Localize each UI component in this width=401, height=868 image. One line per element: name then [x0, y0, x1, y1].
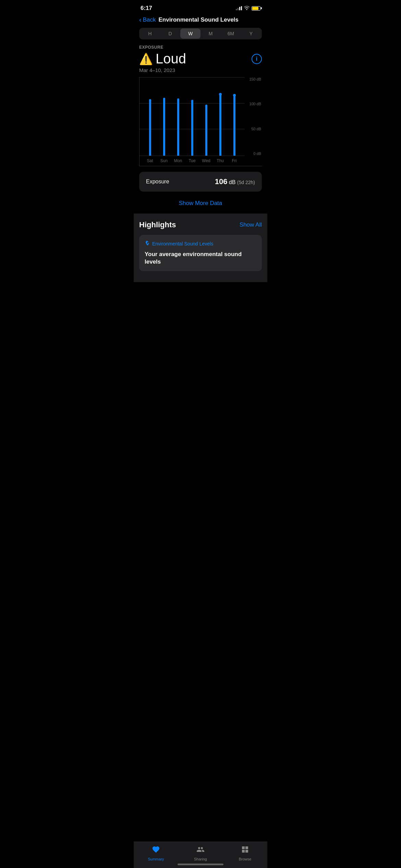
- y-label-0: 0 dB: [245, 152, 262, 156]
- period-selector: H D W M 6M Y: [139, 28, 262, 39]
- highlights-title: Highlights: [139, 220, 176, 229]
- bar-fri-dot: [233, 94, 236, 97]
- status-icons: [236, 6, 260, 11]
- y-label-150: 150 dB: [245, 77, 262, 81]
- y-label-50: 50 dB: [245, 127, 262, 131]
- show-all-button[interactable]: Show All: [240, 221, 262, 228]
- exposure-main: ⚠️ Loud: [139, 51, 186, 67]
- ear-icon: [145, 240, 150, 247]
- exposure-value-unit: dB: [229, 179, 237, 185]
- x-label-sun: Sun: [157, 158, 171, 163]
- bar-sat: [143, 77, 157, 156]
- date-range: Mar 4–10, 2023: [139, 67, 262, 73]
- signal-icon: [236, 6, 242, 10]
- bar-mon: [171, 77, 185, 156]
- bar-wed-fill: [205, 105, 207, 156]
- bar-mon-fill: [177, 98, 179, 156]
- warning-icon: ⚠️: [139, 52, 153, 65]
- bar-sun: [157, 77, 171, 156]
- x-label-wed: Wed: [199, 158, 213, 163]
- back-button[interactable]: ‹ Back: [139, 16, 156, 24]
- y-axis: 150 dB 100 dB 50 dB 0 dB: [245, 77, 262, 156]
- highlights-header: Highlights Show All: [139, 220, 262, 229]
- info-button[interactable]: i: [252, 54, 262, 64]
- bar-tue-fill: [191, 100, 193, 156]
- period-btn-w[interactable]: W: [180, 28, 200, 39]
- period-btn-y[interactable]: Y: [241, 28, 261, 39]
- exposure-value-big: 106: [215, 177, 228, 186]
- x-label-mon: Mon: [171, 158, 185, 163]
- bars-area: [139, 77, 245, 156]
- bar-fri-fill: [233, 95, 235, 156]
- bar-fri: [227, 77, 241, 156]
- highlight-card-title: Environmental Sound Levels: [152, 241, 213, 246]
- bar-wed: [199, 77, 213, 156]
- highlights-section: Highlights Show All Environmental Sound …: [134, 214, 267, 282]
- exposure-card-label: Exposure: [146, 179, 169, 185]
- period-btn-6m[interactable]: 6M: [221, 28, 241, 39]
- x-label-thu: Thu: [213, 158, 227, 163]
- period-btn-h[interactable]: H: [140, 28, 160, 39]
- bar-thu-dot: [219, 93, 222, 96]
- x-label-fri: Fri: [227, 158, 241, 163]
- wifi-icon: [244, 6, 250, 11]
- exposure-label: EXPOSURE: [139, 45, 262, 50]
- bar-thu-fill: [219, 94, 221, 156]
- status-time: 6:17: [141, 5, 152, 12]
- bar-sun-fill: [163, 98, 165, 156]
- highlight-card-body: Your average environmental sound levels: [145, 251, 256, 266]
- bar-tue: [185, 77, 199, 156]
- back-label: Back: [143, 16, 156, 23]
- battery-icon: [252, 6, 260, 11]
- exposure-title: Loud: [156, 51, 186, 67]
- nav-bar: ‹ Back Environmental Sound Levels: [134, 14, 267, 28]
- y-label-100: 100 dB: [245, 102, 262, 106]
- bar-thu: [213, 77, 227, 156]
- x-axis: Sat Sun Mon Tue Wed Thu Fri: [139, 156, 245, 166]
- highlight-card: Environmental Sound Levels Your average …: [139, 235, 262, 271]
- bar-chart: 150 dB 100 dB 50 dB 0 dB: [139, 77, 262, 166]
- exposure-status: ⚠️ Loud i: [139, 51, 262, 67]
- bar-sat-fill: [149, 99, 151, 156]
- chart-section: EXPOSURE ⚠️ Loud i Mar 4–10, 2023 150 dB: [134, 45, 267, 166]
- status-bar: 6:17: [134, 0, 267, 14]
- x-label-tue: Tue: [185, 158, 199, 163]
- highlight-card-header: Environmental Sound Levels: [145, 240, 256, 247]
- page-title: Environmental Sound Levels: [158, 16, 238, 23]
- exposure-value-duration: (5d 22h): [237, 180, 255, 185]
- back-chevron-icon: ‹: [139, 16, 142, 24]
- x-label-sat: Sat: [143, 158, 157, 163]
- exposure-summary-card: Exposure 106 dB (5d 22h): [139, 172, 262, 192]
- show-more-button[interactable]: Show More Data: [134, 197, 267, 214]
- period-btn-m[interactable]: M: [200, 28, 221, 39]
- exposure-card-value: 106 dB (5d 22h): [215, 177, 255, 186]
- info-icon: i: [256, 56, 257, 62]
- period-btn-d[interactable]: D: [160, 28, 180, 39]
